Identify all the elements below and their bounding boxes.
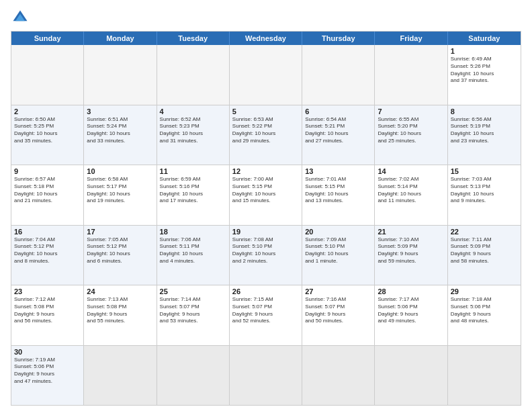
day-info: Sunrise: 6:55 AM Sunset: 5:20 PM Dayligh…: [378, 116, 444, 145]
day-info: Sunrise: 7:02 AM Sunset: 5:14 PM Dayligh…: [378, 176, 444, 205]
day-info: Sunrise: 7:00 AM Sunset: 5:15 PM Dayligh…: [232, 176, 299, 205]
day-number: 16: [14, 228, 81, 236]
calendar-cell: 8Sunrise: 6:56 AM Sunset: 5:19 PM Daylig…: [448, 105, 521, 165]
calendar-cell: 24Sunrise: 7:13 AM Sunset: 5:08 PM Dayli…: [84, 285, 157, 345]
calendar-cell: 29Sunrise: 7:18 AM Sunset: 5:06 PM Dayli…: [448, 285, 521, 345]
day-number: 24: [87, 287, 153, 295]
day-info: Sunrise: 7:13 AM Sunset: 5:08 PM Dayligh…: [87, 296, 153, 325]
header-day-thursday: Thursday: [302, 32, 375, 45]
day-info: Sunrise: 7:14 AM Sunset: 5:07 PM Dayligh…: [160, 296, 226, 325]
day-number: 18: [160, 228, 226, 236]
logo: [11, 8, 32, 27]
day-number: 10: [87, 167, 153, 175]
day-info: Sunrise: 7:01 AM Sunset: 5:15 PM Dayligh…: [305, 176, 371, 205]
day-number: 14: [378, 167, 444, 175]
calendar-cell: 11Sunrise: 6:59 AM Sunset: 5:16 PM Dayli…: [157, 165, 230, 225]
day-info: Sunrise: 6:52 AM Sunset: 5:23 PM Dayligh…: [160, 116, 226, 145]
calendar-row-1: 2Sunrise: 6:50 AM Sunset: 5:25 PM Daylig…: [11, 105, 521, 166]
calendar-cell: [302, 346, 375, 406]
calendar-cell: [375, 45, 447, 105]
day-info: Sunrise: 6:51 AM Sunset: 5:24 PM Dayligh…: [87, 116, 153, 145]
day-info: Sunrise: 7:12 AM Sunset: 5:08 PM Dayligh…: [14, 296, 81, 325]
calendar-cell: [448, 346, 521, 406]
day-number: 21: [378, 228, 444, 236]
calendar-cell: 10Sunrise: 6:58 AM Sunset: 5:17 PM Dayli…: [84, 165, 157, 225]
day-info: Sunrise: 7:16 AM Sunset: 5:07 PM Dayligh…: [305, 296, 371, 325]
calendar-cell: 20Sunrise: 7:09 AM Sunset: 5:10 PM Dayli…: [302, 226, 375, 285]
calendar-cell: [302, 45, 375, 105]
day-info: Sunrise: 7:19 AM Sunset: 5:06 PM Dayligh…: [14, 357, 81, 385]
calendar-cell: [11, 45, 84, 105]
day-number: 1: [451, 47, 518, 55]
day-info: Sunrise: 7:17 AM Sunset: 5:06 PM Dayligh…: [378, 296, 444, 325]
day-number: 12: [232, 167, 299, 175]
calendar-cell: 2Sunrise: 6:50 AM Sunset: 5:25 PM Daylig…: [11, 105, 84, 165]
day-info: Sunrise: 7:05 AM Sunset: 5:12 PM Dayligh…: [87, 236, 153, 265]
day-number: 7: [378, 107, 444, 116]
day-info: Sunrise: 7:18 AM Sunset: 5:06 PM Dayligh…: [451, 296, 518, 325]
header-day-sunday: Sunday: [11, 32, 84, 45]
calendar-cell: [375, 346, 447, 406]
day-info: Sunrise: 6:56 AM Sunset: 5:19 PM Dayligh…: [451, 116, 518, 145]
calendar-row-0: 1Sunrise: 6:49 AM Sunset: 5:26 PM Daylig…: [11, 45, 521, 105]
calendar-row-2: 9Sunrise: 6:57 AM Sunset: 5:18 PM Daylig…: [11, 165, 521, 226]
calendar-cell: 7Sunrise: 6:55 AM Sunset: 5:20 PM Daylig…: [375, 105, 447, 165]
calendar-row-4: 23Sunrise: 7:12 AM Sunset: 5:08 PM Dayli…: [11, 285, 521, 346]
day-number: 11: [160, 167, 226, 175]
day-number: 8: [451, 107, 518, 116]
logo-icon: [11, 8, 30, 27]
calendar-cell: 21Sunrise: 7:10 AM Sunset: 5:09 PM Dayli…: [375, 226, 447, 285]
calendar-cell: [230, 346, 302, 406]
calendar-row-3: 16Sunrise: 7:04 AM Sunset: 5:12 PM Dayli…: [11, 226, 521, 286]
day-number: 23: [14, 287, 81, 295]
day-number: 20: [305, 228, 371, 236]
calendar-row-5: 30Sunrise: 7:19 AM Sunset: 5:06 PM Dayli…: [11, 346, 521, 406]
day-number: 28: [378, 287, 444, 295]
calendar-cell: 16Sunrise: 7:04 AM Sunset: 5:12 PM Dayli…: [11, 226, 84, 285]
day-number: 13: [305, 167, 371, 175]
calendar-cell: 27Sunrise: 7:16 AM Sunset: 5:07 PM Dayli…: [302, 285, 375, 345]
header-day-tuesday: Tuesday: [157, 32, 230, 45]
header: [11, 8, 521, 27]
day-info: Sunrise: 7:08 AM Sunset: 5:10 PM Dayligh…: [232, 236, 299, 265]
day-info: Sunrise: 6:59 AM Sunset: 5:16 PM Dayligh…: [160, 176, 226, 205]
day-info: Sunrise: 7:09 AM Sunset: 5:10 PM Dayligh…: [305, 236, 371, 265]
day-number: 15: [451, 167, 518, 175]
calendar-header-row: SundayMondayTuesdayWednesdayThursdayFrid…: [11, 32, 521, 45]
header-day-wednesday: Wednesday: [230, 32, 302, 45]
day-info: Sunrise: 7:10 AM Sunset: 5:09 PM Dayligh…: [378, 236, 444, 265]
calendar-cell: 18Sunrise: 7:06 AM Sunset: 5:11 PM Dayli…: [157, 226, 230, 285]
day-info: Sunrise: 7:04 AM Sunset: 5:12 PM Dayligh…: [14, 236, 81, 265]
calendar-cell: 1Sunrise: 6:49 AM Sunset: 5:26 PM Daylig…: [448, 45, 521, 105]
day-info: Sunrise: 6:50 AM Sunset: 5:25 PM Dayligh…: [14, 116, 81, 145]
calendar-cell: 23Sunrise: 7:12 AM Sunset: 5:08 PM Dayli…: [11, 285, 84, 345]
day-info: Sunrise: 6:54 AM Sunset: 5:21 PM Dayligh…: [305, 116, 371, 145]
calendar-cell: 5Sunrise: 6:53 AM Sunset: 5:22 PM Daylig…: [230, 105, 302, 165]
day-number: 25: [160, 287, 226, 295]
day-info: Sunrise: 6:57 AM Sunset: 5:18 PM Dayligh…: [14, 176, 81, 205]
day-number: 3: [87, 107, 153, 116]
day-number: 4: [160, 107, 226, 116]
day-number: 30: [14, 348, 81, 356]
header-day-friday: Friday: [375, 32, 447, 45]
calendar-cell: 6Sunrise: 6:54 AM Sunset: 5:21 PM Daylig…: [302, 105, 375, 165]
calendar-cell: [157, 346, 230, 406]
calendar-cell: [84, 346, 157, 406]
day-info: Sunrise: 6:53 AM Sunset: 5:22 PM Dayligh…: [232, 116, 299, 145]
calendar-cell: [230, 45, 302, 105]
calendar-cell: 17Sunrise: 7:05 AM Sunset: 5:12 PM Dayli…: [84, 226, 157, 285]
calendar-cell: 19Sunrise: 7:08 AM Sunset: 5:10 PM Dayli…: [230, 226, 302, 285]
day-info: Sunrise: 6:49 AM Sunset: 5:26 PM Dayligh…: [451, 56, 518, 85]
calendar-cell: 25Sunrise: 7:14 AM Sunset: 5:07 PM Dayli…: [157, 285, 230, 345]
day-number: 29: [451, 287, 518, 295]
day-number: 6: [305, 107, 371, 116]
day-info: Sunrise: 7:15 AM Sunset: 5:07 PM Dayligh…: [232, 296, 299, 325]
day-number: 19: [232, 228, 299, 236]
calendar-cell: 22Sunrise: 7:11 AM Sunset: 5:09 PM Dayli…: [448, 226, 521, 285]
calendar-cell: 4Sunrise: 6:52 AM Sunset: 5:23 PM Daylig…: [157, 105, 230, 165]
day-info: Sunrise: 7:03 AM Sunset: 5:13 PM Dayligh…: [451, 176, 518, 205]
day-number: 5: [232, 107, 299, 116]
calendar-cell: 12Sunrise: 7:00 AM Sunset: 5:15 PM Dayli…: [230, 165, 302, 225]
header-day-monday: Monday: [84, 32, 157, 45]
calendar-cell: 28Sunrise: 7:17 AM Sunset: 5:06 PM Dayli…: [375, 285, 447, 345]
